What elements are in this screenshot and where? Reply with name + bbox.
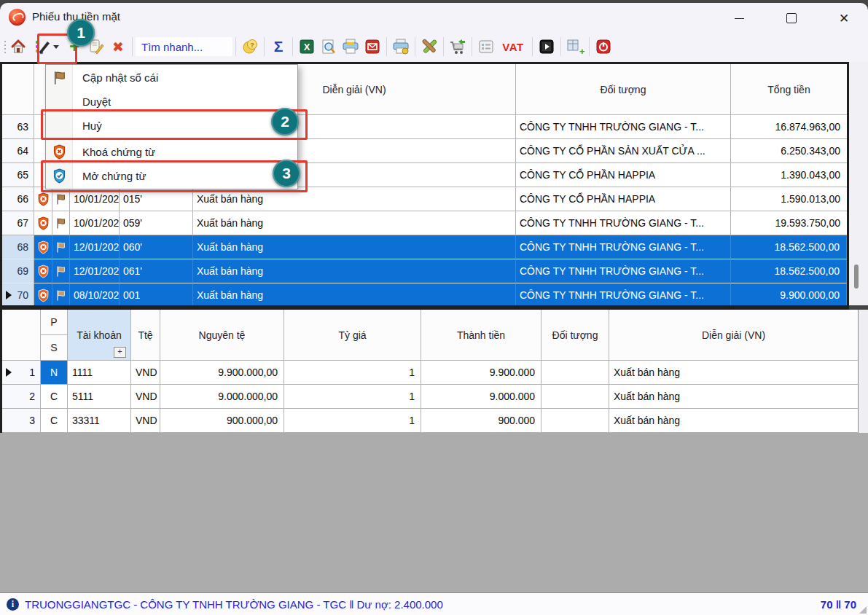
detail-header-indicator [2,310,41,361]
table-row[interactable]: 67 10/01/2023 059' Xuất bán hàng CÔNG TY… [2,211,847,235]
step-badge-1: 1 [67,19,95,47]
detail-table: PS Tài khoản + Ttệ Nguyên tệ Tỷ giá Thàn… [0,310,859,433]
status-company-text: TRUONGGIANGTGC - CÔNG TY TNHH TRƯỜNG GIA… [25,598,443,611]
lock-shield-icon [52,144,67,160]
sum-button[interactable]: Σ [267,36,289,58]
flag-icon [52,211,70,235]
info-icon: i [7,598,19,611]
print-setup-icon[interactable] [390,36,412,58]
toolbar-grip[interactable] [2,36,7,58]
video-icon[interactable] [536,36,558,58]
detail-right-strip [859,310,868,433]
svg-text:+: + [579,46,584,56]
toolbar-separator [292,37,293,56]
toolbar-separator [235,37,236,56]
maximize-button[interactable] [775,7,808,29]
svg-text:X: X [304,42,310,52]
lock-shield-icon [34,211,52,235]
mail-icon[interactable] [361,36,383,58]
table-row-focused[interactable]: 70 08/10/2025 001 Xuất bán hàng CÔNG TY … [2,283,847,308]
delete-button[interactable]: ✖ [107,36,129,58]
detail-row[interactable]: 3 C 33311 VND 900.000,00 1 900.000 Xuất … [2,409,859,433]
toolbar-separator [443,37,444,56]
detail-row-focused[interactable]: 1 N 1111 VND 9.900.000,00 1 9.900.000 Xu… [2,361,859,385]
home-icon[interactable] [7,36,29,58]
expand-columns-button[interactable]: + [114,347,126,358]
detail-header-nguyen-te[interactable]: Nguyên tệ [160,310,284,361]
resize-grip[interactable] [859,606,867,614]
vertical-scrollbar[interactable] [849,62,868,305]
power-icon[interactable] [593,36,614,58]
flag-icon [52,283,70,308]
detail-row[interactable]: 2 C 5111 VND 9.000.000,00 1 9.000.000 Xu… [2,385,859,409]
detail-table-header: PS Tài khoản + Ttệ Nguyên tệ Tỷ giá Thàn… [2,310,859,361]
detail-header-doi-tuong[interactable]: Đối tượng [541,310,609,361]
lock-shield-icon [34,235,52,259]
toolbar-separator [415,37,415,56]
detail-header-dien-giai[interactable]: Diễn giải (VN) [609,310,859,361]
flag-icon [52,259,70,283]
title-bar: Phiếu thu tiền mặt ✕ [0,3,868,31]
table-row-selected[interactable]: 68 12/01/2023 060' Xuất bán hàng CÔNG TY… [2,235,847,259]
detail-header-ps[interactable]: PS [41,310,68,361]
highlight-box-3 [41,160,308,192]
header-row-indicator[interactable] [2,64,34,115]
close-button[interactable]: ✕ [828,7,860,29]
step-badge-3: 3 [273,160,300,187]
ps-cell-selected[interactable]: N [41,361,68,385]
minimize-icon [735,18,744,19]
table-row-selected[interactable]: 69 12/01/2023 061' Xuất bán hàng CÔNG TY… [2,259,847,283]
flag-icon [52,235,70,259]
step-badge-2: 2 [271,108,299,136]
detail-header-ty-gia[interactable]: Tỷ giá [284,310,421,361]
toolbar: + ✖ Tìm nhanh... ? Σ X [0,31,868,62]
empty-grid-area [0,433,868,592]
toolbar-separator [589,37,590,56]
detail-header-thanh-tien[interactable]: Thành tiền [421,310,541,361]
maximize-icon [786,13,797,23]
vat-button[interactable]: VAT [497,41,529,53]
toolbar-separator [532,37,533,56]
tools-icon[interactable] [418,36,440,58]
status-bar: i TRUONGGIANGTGC - CÔNG TY TNHH TRƯỜNG G… [0,592,868,615]
app-window: Phiếu thu tiền mặt ✕ + ✖ Tìm nhanh... ? … [0,0,868,615]
toolbar-separator [386,37,387,56]
form-icon[interactable] [475,36,497,58]
app-logo-icon [9,9,26,26]
header-tong-tien[interactable]: Tổng tiền [731,64,847,115]
highlight-box-2 [41,109,308,140]
close-icon: ✕ [839,12,849,25]
menu-item-cap-nhat-so-cai[interactable]: Cập nhật sổ cái [46,66,297,90]
lock-shield-icon [34,283,52,308]
toolbar-separator [132,37,133,56]
toolbar-separator [472,37,472,56]
lock-shield-icon [34,259,52,283]
toolbar-separator [560,37,561,56]
excel-icon[interactable]: X [296,36,318,58]
help-coin-icon[interactable]: ? [239,36,261,58]
scrollbar-thumb[interactable] [854,265,859,289]
current-row-arrow-icon [6,291,12,299]
flag-icon [52,70,67,85]
header-doi-tuong[interactable]: Đối tượng [516,64,731,115]
table-add-icon[interactable]: + [564,36,586,58]
preview-icon[interactable] [318,36,340,58]
search-input[interactable]: Tìm nhanh... [136,37,232,56]
svg-text:?: ? [250,42,254,49]
minimize-button[interactable] [723,7,755,29]
status-record-count: 70 ‖ 70 [821,598,856,611]
print-icon[interactable] [340,36,361,58]
toolbar-separator [264,37,265,56]
detail-header-tai-khoan[interactable]: Tài khoản + [68,310,131,361]
current-row-arrow-icon [6,368,12,377]
detail-header-tte[interactable]: Ttệ [131,310,160,361]
cart-icon[interactable] [447,36,469,58]
